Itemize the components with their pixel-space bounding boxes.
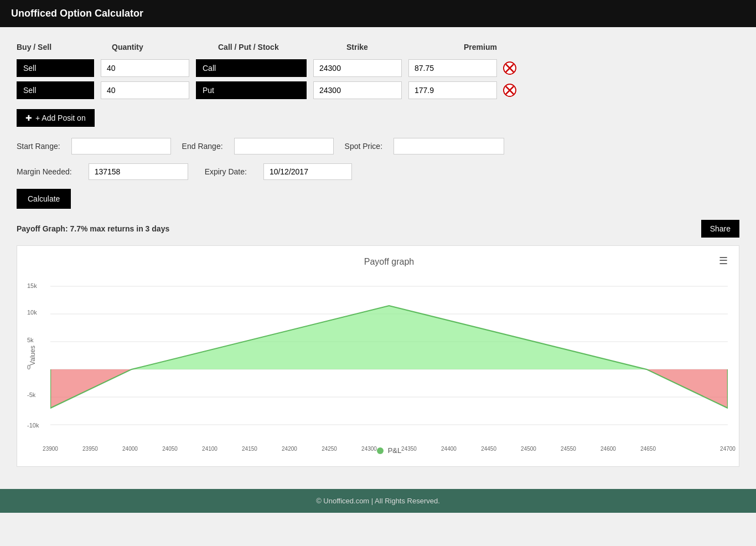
x-label-23900: 23900 <box>43 446 58 452</box>
x-label-24300: 24300 <box>361 446 377 452</box>
x-label-24650: 24650 <box>640 446 656 452</box>
positive-area <box>132 306 646 369</box>
chart-title: Payoff graph <box>50 257 728 267</box>
footer: © Unofficed.com | All Rights Reserved. <box>0 489 756 513</box>
delete-icon-1 <box>503 84 516 97</box>
strike-input-1[interactable] <box>313 81 402 99</box>
expiry-input[interactable] <box>263 163 352 180</box>
add-position-button[interactable]: ✚ + Add Posit on <box>17 109 95 127</box>
app-title: Unofficed Option Calculator <box>11 8 143 19</box>
spot-price-input[interactable] <box>393 138 504 154</box>
x-label-24050: 24050 <box>162 446 178 452</box>
main-content: Buy / Sell Quantity Call / Put / Stock S… <box>0 27 756 478</box>
premium-input-1[interactable] <box>408 81 497 99</box>
expiry-label: Expiry Date: <box>205 167 247 176</box>
y-label-neg10k: -10k <box>27 422 39 429</box>
share-button[interactable]: Share <box>701 220 739 238</box>
strike-input-0[interactable] <box>313 59 402 77</box>
delete-btn-0[interactable] <box>501 60 518 76</box>
position-row: Sell Put <box>17 81 739 99</box>
range-row: Start Range: End Range: Spot Price: <box>17 138 739 154</box>
x-label-24200: 24200 <box>282 446 297 452</box>
type-btn-1[interactable]: Put <box>196 81 307 99</box>
payoff-header-row: Payoff Graph: 7.7% max returns in 3 days… <box>17 220 739 238</box>
x-label-24550: 24550 <box>561 446 576 452</box>
column-headers: Buy / Sell Quantity Call / Put / Stock S… <box>17 38 739 56</box>
x-label-24400: 24400 <box>441 446 457 452</box>
start-range-label: Start Range: <box>17 142 60 151</box>
col-header-strike: Strike <box>346 43 457 51</box>
chart-container: Payoff graph ☰ Values <box>17 245 739 467</box>
x-label-23950: 23950 <box>82 446 98 452</box>
end-range-input[interactable] <box>234 138 334 154</box>
buysell-btn-0[interactable]: Sell <box>17 59 94 77</box>
quantity-input-1[interactable] <box>101 81 189 99</box>
margin-label: Margin Needed: <box>17 167 72 176</box>
add-position-label: + Add Posit on <box>35 114 86 122</box>
x-label-24000: 24000 <box>122 446 138 452</box>
payoff-svg <box>50 272 728 439</box>
calculate-button[interactable]: Calculate <box>17 189 71 209</box>
legend-label: P&L <box>388 446 402 455</box>
y-label-15k: 15k <box>27 282 37 289</box>
app-header: Unofficed Option Calculator <box>0 0 756 27</box>
y-label-neg5k: -5k <box>27 392 35 398</box>
payoff-description: Payoff Graph: 7.7% max returns in 3 days <box>17 224 169 233</box>
chart-area: Values 15k 10k <box>50 272 728 439</box>
chart-menu-icon[interactable]: ☰ <box>719 255 728 267</box>
x-label-24150: 24150 <box>242 446 257 452</box>
delete-btn-1[interactable] <box>501 82 518 99</box>
y-label-0: 0 <box>27 364 30 370</box>
col-header-premium: Premium <box>464 43 574 51</box>
x-label-24600: 24600 <box>600 446 616 452</box>
quantity-input-0[interactable] <box>101 59 189 77</box>
col-header-buysell: Buy / Sell <box>17 43 105 51</box>
start-range-input[interactable] <box>71 138 171 154</box>
y-label-10k: 10k <box>27 309 37 316</box>
x-label-24100: 24100 <box>202 446 218 452</box>
footer-text: © Unofficed.com | All Rights Reserved. <box>316 497 440 505</box>
x-label-24500: 24500 <box>521 446 536 452</box>
x-label-24250: 24250 <box>322 446 337 452</box>
chart-legend: P&L <box>50 446 728 455</box>
margin-row: Margin Needed: Expiry Date: <box>17 163 739 180</box>
x-label-24450: 24450 <box>481 446 496 452</box>
spot-price-label: Spot Price: <box>345 142 382 151</box>
premium-input-0[interactable] <box>408 59 497 77</box>
position-row: Sell Call <box>17 59 739 77</box>
margin-input[interactable] <box>89 163 188 180</box>
col-header-type: Call / Put / Stock <box>218 43 340 51</box>
legend-dot <box>377 447 384 454</box>
type-btn-0[interactable]: Call <box>196 59 307 77</box>
y-axis-label: Values <box>29 346 37 365</box>
col-header-quantity: Quantity <box>112 43 211 51</box>
plus-icon: ✚ <box>25 114 32 122</box>
delete-icon-0 <box>503 61 516 75</box>
x-label-24700: 24700 <box>720 446 736 452</box>
end-range-label: End Range: <box>182 142 223 151</box>
y-label-5k: 5k <box>27 337 34 343</box>
x-label-24350: 24350 <box>401 446 417 452</box>
buysell-btn-1[interactable]: Sell <box>17 81 94 99</box>
